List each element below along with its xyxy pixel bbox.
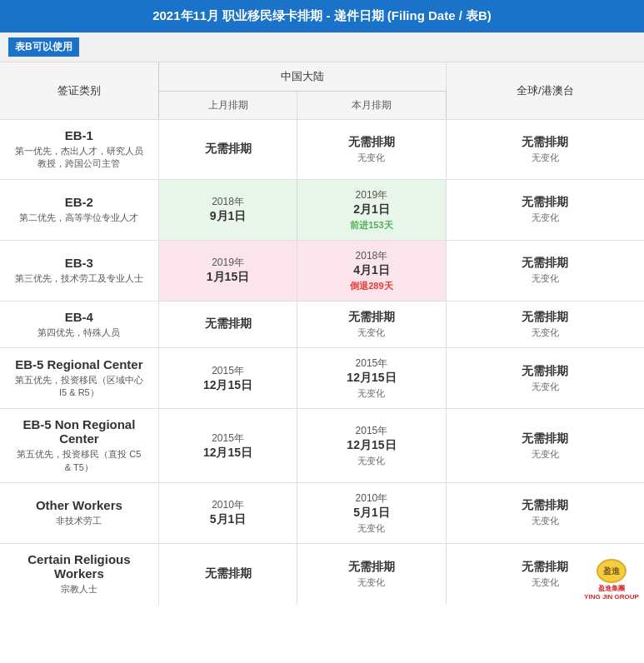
curr-month-cell: 无需排期 无变化	[297, 543, 446, 604]
curr-year: 2010年	[304, 491, 438, 506]
curr-date: 无需排期	[304, 135, 438, 150]
global-main: 无需排期	[453, 310, 637, 325]
global-cell: 无需排期 无变化	[446, 301, 644, 347]
visa-type-cell: EB-1 第一优先，杰出人才，研究人员教授，跨国公司主管	[0, 120, 158, 180]
global-sub: 无变化	[453, 327, 637, 339]
global-main: 无需排期	[453, 364, 637, 379]
prev-month-cell: 2015年 12月15日	[158, 409, 297, 483]
curr-change: 无变化	[304, 455, 438, 467]
curr-change: 无变化	[304, 327, 438, 339]
main-table: 签证类别 中国大陆 全球/港澳台 上月排期 本月排期 EB-1 第一优先，杰出人…	[0, 62, 644, 604]
curr-date: 无需排期	[304, 560, 438, 575]
curr-change: 无变化	[304, 576, 438, 589]
visa-code: EB-5 Non Regional Center	[7, 417, 152, 446]
curr-year: 2018年	[304, 249, 438, 263]
global-main: 无需排期	[453, 431, 637, 446]
table-row: EB-2 第二优先，高等学位专业人才 2018年 9月1日 2019年 2月1日…	[0, 179, 644, 240]
visa-desc: 第五优先，投资移民（直投 C5& T5）	[7, 448, 152, 474]
table-row: EB-5 Regional Center 第五优先，投资移民（区域中心I5 & …	[0, 348, 644, 409]
curr-change: 前进153天	[304, 219, 438, 232]
prev-date: 5月1日	[166, 512, 290, 527]
prev-year: 2019年	[166, 256, 290, 270]
visa-desc: 第三优先，技术劳工及专业人士	[7, 272, 152, 285]
curr-date: 12月15日	[304, 438, 438, 453]
global-cell: 无需排期 无变化	[446, 179, 644, 240]
prev-year: 2015年	[166, 364, 290, 378]
prev-month-cell: 无需排期	[158, 301, 297, 347]
visa-code: EB-5 Regional Center	[7, 357, 152, 371]
page-header: 2021年11月 职业移民绿卡排期 - 递件日期 (Filing Date / …	[0, 0, 644, 32]
prev-date: 12月15日	[166, 446, 290, 461]
visa-desc: 第四优先，特殊人员	[7, 327, 152, 339]
global-cell: 无需排期 无变化	[446, 120, 644, 180]
visa-type-cell: EB-5 Non Regional Center 第五优先，投资移民（直投 C5…	[0, 409, 158, 483]
visa-code: Certain Religious Workers	[7, 552, 152, 581]
col-global: 全球/港澳台	[446, 62, 644, 120]
curr-date: 无需排期	[304, 310, 438, 325]
table-header: 签证类别 中国大陆 全球/港澳台 上月排期 本月排期	[0, 62, 644, 120]
global-sub: 无变化	[453, 515, 637, 527]
curr-date: 5月1日	[304, 506, 438, 521]
table-row: Other Workers 非技术劳工 2010年 5月1日 2010年 5月1…	[0, 482, 644, 543]
global-cell: 无需排期 无变化	[446, 240, 644, 301]
visa-code: EB-2	[7, 195, 152, 209]
badge-row: 表B可以使用	[0, 32, 644, 62]
table-body: EB-1 第一优先，杰出人才，研究人员教授，跨国公司主管 无需排期 无需排期 无…	[0, 120, 644, 605]
watermark: 盈進 盈進集團YING JIN GROUP	[582, 559, 641, 601]
prev-month-cell: 2010年 5月1日	[158, 482, 297, 543]
curr-change: 无变化	[304, 522, 438, 535]
col-curr-month: 本月排期	[297, 92, 446, 120]
visa-code: Other Workers	[7, 498, 152, 512]
global-main: 无需排期	[453, 195, 637, 210]
visa-type-cell: EB-3 第三优先，技术劳工及专业人士	[0, 240, 158, 301]
visa-type-cell: EB-5 Regional Center 第五优先，投资移民（区域中心I5 & …	[0, 348, 158, 409]
curr-month-cell: 2015年 12月15日 无变化	[297, 409, 446, 483]
prev-month-cell: 无需排期	[158, 543, 297, 604]
table-row: EB-1 第一优先，杰出人才，研究人员教授，跨国公司主管 无需排期 无需排期 无…	[0, 120, 644, 180]
curr-year: 2019年	[304, 188, 438, 202]
visa-type-cell: EB-4 第四优先，特殊人员	[0, 301, 158, 347]
curr-change: 倒退289天	[304, 280, 438, 292]
global-cell: 无需排期 无变化 盈進 盈進集團YING JIN GROUP	[446, 543, 644, 604]
curr-month-cell: 2010年 5月1日 无变化	[297, 482, 446, 543]
global-sub: 无变化	[453, 272, 637, 285]
prev-date: 无需排期	[166, 566, 290, 581]
visa-desc: 第五优先，投资移民（区域中心I5 & R5）	[7, 374, 152, 400]
global-cell: 无需排期 无变化	[446, 482, 644, 543]
prev-date: 无需排期	[166, 317, 290, 332]
visa-desc: 第一优先，杰出人才，研究人员教授，跨国公司主管	[7, 145, 152, 171]
global-sub: 无变化	[453, 152, 637, 164]
global-cell: 无需排期 无变化	[446, 348, 644, 409]
global-main: 无需排期	[453, 256, 637, 271]
prev-date: 12月15日	[166, 378, 290, 393]
global-main: 无需排期	[453, 498, 637, 513]
col-visa-type: 签证类别	[0, 62, 158, 120]
visa-desc: 宗教人士	[7, 583, 152, 596]
col-china-group: 中国大陆	[158, 62, 446, 92]
prev-date: 1月15日	[166, 270, 290, 285]
visa-code: EB-4	[7, 310, 152, 324]
curr-change: 无变化	[304, 387, 438, 400]
global-sub: 无变化	[453, 381, 637, 393]
global-sub: 无变化	[453, 448, 637, 461]
prev-year: 2010年	[166, 498, 290, 512]
table-row: EB-4 第四优先，特殊人员 无需排期 无需排期 无变化 无需排期 无变化	[0, 301, 644, 347]
global-cell: 无需排期 无变化	[446, 409, 644, 483]
curr-change: 无变化	[304, 152, 438, 164]
curr-month-cell: 2015年 12月15日 无变化	[297, 348, 446, 409]
table-row: EB-3 第三优先，技术劳工及专业人士 2019年 1月15日 2018年 4月…	[0, 240, 644, 301]
curr-month-cell: 无需排期 无变化	[297, 120, 446, 180]
visa-desc: 第二优先，高等学位专业人才	[7, 212, 152, 224]
prev-date: 9月1日	[166, 209, 290, 224]
visa-code: EB-1	[7, 128, 152, 142]
table-b-badge: 表B可以使用	[8, 37, 79, 57]
global-main: 无需排期	[453, 135, 637, 150]
global-sub: 无变化	[453, 212, 637, 224]
prev-date: 无需排期	[166, 142, 290, 157]
curr-month-cell: 2018年 4月1日 倒退289天	[297, 240, 446, 301]
watermark-circle: 盈進	[597, 559, 627, 583]
visa-type-cell: Certain Religious Workers 宗教人士	[0, 543, 158, 604]
prev-month-cell: 无需排期	[158, 120, 297, 180]
col-prev-month: 上月排期	[158, 92, 297, 120]
visa-type-cell: EB-2 第二优先，高等学位专业人才	[0, 179, 158, 240]
